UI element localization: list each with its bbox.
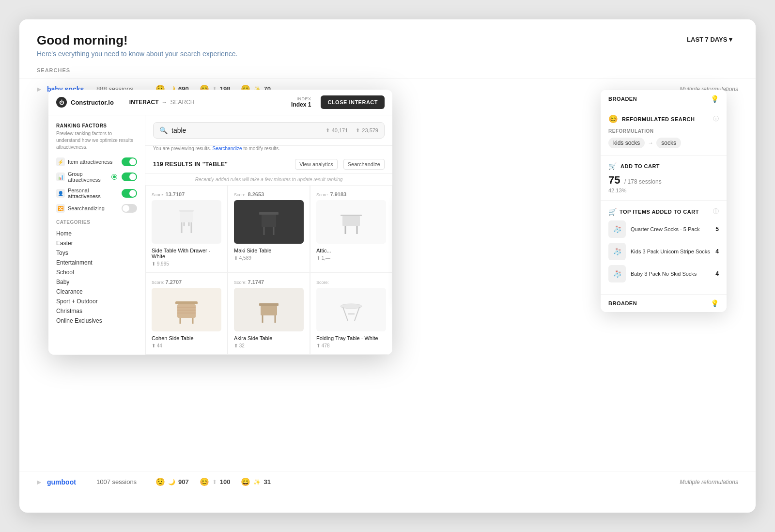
top-item-count-2: 4 (715, 248, 719, 255)
category-easter[interactable]: Easter (56, 238, 137, 248)
searchandize-button[interactable]: Searchandize (343, 159, 385, 170)
top-item-count-3: 4 (715, 270, 719, 277)
group-attractiveness-icon: 📊 (56, 172, 65, 181)
product-card-1[interactable]: Score: 13.7107 Side Table With (145, 185, 228, 273)
score-label-1: Score: 13.7107 (152, 191, 221, 197)
interact-body: RANKING FACTORS Preview ranking factors … (48, 115, 392, 355)
add-to-cart-section: 🛒 ADD TO CART 75 / 178 sessions 42.13% (601, 156, 727, 201)
bottom-sad-value: 907 (178, 478, 189, 485)
product-card-3[interactable]: Score: 7.9183 Attic... ⬆ 1,— (310, 185, 392, 273)
item-attractiveness-toggle[interactable] (122, 157, 137, 166)
product-img-3 (316, 200, 386, 244)
reform-info-icon[interactable]: ⓘ (713, 115, 719, 123)
product-name-5: Akira Side Table (234, 335, 304, 341)
product-count-1: ⬆ 9,995 (152, 261, 221, 266)
index-badge: INDEX Index 1 (291, 96, 311, 108)
date-filter-button[interactable]: LAST 7 DAYS ▾ (681, 33, 738, 46)
bottom-reformulation-tag: Multiple reformulations (680, 479, 738, 485)
score-val-4: 7.2707 (166, 279, 182, 285)
factor-label-item: Item attractiveness (68, 159, 119, 165)
score-label-5: Score: 7.1747 (234, 279, 304, 285)
atc-header: 🛒 ADD TO CART (608, 162, 719, 170)
interact-modal: ⏻ Constructor.io INTERACT → SEARCH INDEX… (48, 90, 392, 355)
bottom-metric-sad: 😟 🌙 907 (155, 477, 189, 486)
atc-main-value: 75 (608, 174, 620, 186)
reform-tags: kids socks → socks (608, 138, 719, 148)
bottom-happy-sep: ✨ (253, 479, 261, 485)
category-christmas[interactable]: Christmas (56, 306, 137, 316)
index-value[interactable]: Index 1 (291, 101, 311, 108)
score-val-2: 8.2653 (248, 191, 264, 197)
category-entertainment[interactable]: Entertainment (56, 258, 137, 267)
svg-line-32 (343, 307, 348, 321)
product-card-5[interactable]: Score: 7.1747 Akira Side Table ⬆ 32 (228, 273, 310, 355)
filtered-icon: ⬆ (356, 127, 360, 134)
nav-search[interactable]: SEARCH (170, 99, 195, 106)
product-count-2: ⬆ 4,589 (234, 255, 304, 261)
broaden-label-top: BROADEN (608, 96, 637, 102)
top-items-section: 🛒 TOP ITEMS ADDED TO CART ⓘ 🧦 Quarter Cr… (601, 201, 727, 294)
score-val-5: 7.1747 (248, 279, 264, 285)
close-interact-button[interactable]: CLOSE INTERACT (321, 95, 385, 109)
reform-title: REFORMULATED SEARCH (622, 116, 709, 122)
rules-note: Recently-added rules will take a few min… (145, 174, 392, 185)
nav-interact[interactable]: INTERACT (129, 99, 159, 106)
category-clearance[interactable]: Clearance (56, 287, 137, 297)
top-item-img-2: 🧦 (608, 243, 626, 260)
product-img-6 (316, 288, 386, 331)
score-label-4: Score: 7.2707 (152, 279, 221, 285)
bottom-sad-sep: 🌙 (168, 479, 175, 485)
atc-percentage: 42.13% (608, 188, 719, 193)
category-baby[interactable]: Baby (56, 277, 137, 287)
factor-label-searchandizing: Searchandizing (68, 205, 119, 211)
atc-main-row: 75 / 178 sessions (608, 174, 719, 187)
bottom-search-term[interactable]: gumboot (47, 478, 91, 486)
product-img-2 (234, 200, 304, 244)
group-attractiveness-toggle[interactable] (122, 172, 137, 181)
top-items-info-icon[interactable]: ⓘ (713, 207, 719, 216)
bottom-expand-arrow[interactable]: ▶ (37, 479, 41, 485)
reform-arrow: → (648, 140, 653, 146)
interact-modal-header: ⏻ Constructor.io INTERACT → SEARCH INDEX… (48, 90, 392, 115)
svg-line-33 (355, 307, 359, 321)
top-item-img-3: 🧦 (608, 265, 626, 282)
factor-searchandizing: 🔀 Searchandizing (56, 204, 137, 213)
search-input-icon: 🔍 (159, 126, 168, 134)
right-sidebar: BROADEN 💡 😊 REFORMULATED SEARCH ⓘ REFORM… (601, 90, 727, 312)
category-online-exclusives[interactable]: Online Exclusives (56, 316, 137, 326)
view-analytics-button[interactable]: View analytics (295, 159, 338, 170)
category-toys[interactable]: Toys (56, 248, 137, 258)
personal-attractiveness-toggle[interactable] (122, 189, 137, 198)
search-input[interactable] (171, 126, 322, 134)
broaden-icon-bottom: 💡 (711, 299, 719, 307)
product-card-6[interactable]: Score: Folding Tray Table - W (310, 273, 392, 355)
atc-title: ADD TO CART (620, 163, 660, 169)
category-home[interactable]: Home (56, 229, 137, 238)
stat-filtered: ⬆ 23,579 (356, 127, 378, 134)
reformulated-search-section: 😊 REFORMULATED SEARCH ⓘ REFORMULATION ki… (601, 108, 727, 156)
bottom-sad-icon: 😟 (155, 477, 165, 486)
searchandizing-toggle[interactable] (122, 204, 137, 213)
score-label-6: Score: (316, 279, 386, 285)
factor-item-attractiveness: ⚡ Item attractiveness (56, 157, 137, 166)
category-sport-outdoor[interactable]: Sport + Outdoor (56, 297, 137, 306)
searchandize-link[interactable]: Searchandize (212, 146, 242, 151)
item-attractiveness-icon: ⚡ (56, 157, 65, 166)
broaden-bar-bottom: BROADEN 💡 (601, 294, 727, 312)
product-name-1: Side Table With Drawer - White (152, 248, 221, 259)
stat-total: ⬆ 40,171 (326, 127, 348, 134)
category-school[interactable]: School (56, 267, 137, 277)
svg-rect-19 (177, 304, 196, 318)
bottom-happy-icon: 😄 (241, 477, 250, 486)
logo-area: ⏻ Constructor.io (56, 97, 114, 108)
product-card-4[interactable]: Score: 7.2707 (145, 273, 228, 355)
bottom-metric-happy: 😄 ✨ 31 (241, 477, 270, 486)
product-card-2[interactable]: Score: 8.2653 Maki Side Table ⬆ 4,589 (228, 185, 310, 273)
header: Good morning! Here's everything you need… (19, 19, 756, 67)
top-item-row-1: 🧦 Quarter Crew Socks - 5 Pack 5 (608, 220, 719, 238)
total-icon: ⬆ (326, 127, 330, 134)
bottom-metric-neutral: 😊 ⬆ 100 (200, 477, 231, 486)
left-panel: RANKING FACTORS Preview ranking factors … (48, 115, 145, 355)
expand-arrow[interactable]: ▶ (37, 86, 41, 93)
filtered-value: 23,579 (362, 127, 378, 133)
